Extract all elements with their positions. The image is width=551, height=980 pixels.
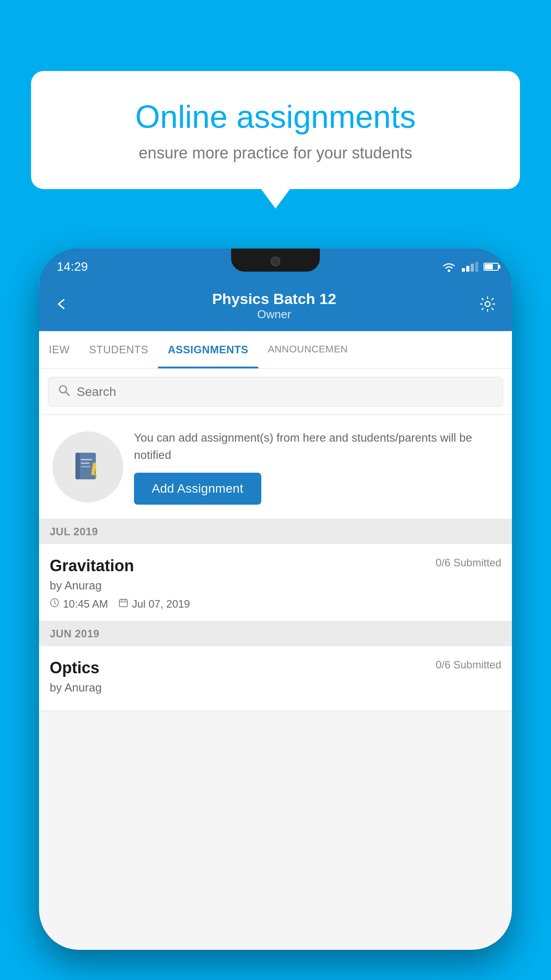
add-assignment-section: You can add assignment(s) from here and … [39,415,512,519]
signal-icon [462,262,478,272]
tab-announcements[interactable]: ANNOUNCEMEN [258,331,358,368]
assignment-item-optics[interactable]: Optics 0/6 Submitted by Anurag [39,646,512,711]
svg-rect-4 [75,453,80,479]
assignment-by: by Anurag [50,579,501,593]
notebook-icon [70,449,106,485]
app-screen: Physics Batch 12 Owner IEW STUDENTS ASSI… [39,281,512,950]
header-title-block: Physics Batch 12 Owner [72,290,476,321]
front-camera [271,257,280,266]
assignment-name-optics: Optics [50,659,99,677]
add-assignment-button[interactable]: Add Assignment [134,473,261,505]
battery-icon [484,263,499,271]
header-title: Physics Batch 12 [72,290,476,308]
tabs-bar: IEW STUDENTS ASSIGNMENTS ANNOUNCEMEN [39,331,512,369]
search-input-wrapper[interactable] [48,377,503,407]
add-assignment-content: You can add assignment(s) from here and … [134,429,499,505]
speech-bubble: Online assignments ensure more practice … [31,71,520,189]
svg-rect-5 [81,459,92,460]
search-container [39,369,512,415]
assignment-name: Gravitation [50,557,134,575]
speech-bubble-container: Online assignments ensure more practice … [31,71,520,189]
assignment-header-optics: Optics 0/6 Submitted [50,659,501,677]
header-subtitle: Owner [72,308,476,321]
assignment-meta: 10:45 AM Jul 07, 2019 [50,598,501,610]
assignment-header: Gravitation 0/6 Submitted [50,557,501,575]
search-input[interactable] [77,385,494,399]
search-icon [57,383,71,400]
assignment-icon-circle [52,431,123,502]
speech-bubble-subtitle: ensure more practice for your students [62,144,489,162]
month-separator-jun: JUN 2019 [39,621,512,646]
svg-rect-11 [119,600,127,607]
month-separator-jul: JUL 2019 [39,519,512,544]
status-time: 14:29 [57,260,88,274]
tab-iew[interactable]: IEW [39,331,79,368]
add-assignment-description: You can add assignment(s) from here and … [134,429,499,464]
speech-bubble-title: Online assignments [62,98,489,136]
svg-rect-6 [81,462,90,464]
svg-point-1 [485,302,490,307]
assignment-time: 10:45 AM [50,598,108,610]
clock-icon [50,598,59,610]
tab-students[interactable]: STUDENTS [79,331,158,368]
tab-assignments[interactable]: ASSIGNMENTS [158,331,258,368]
phone-notch [231,249,320,272]
assignment-date: Jul 07, 2019 [118,598,190,610]
calendar-icon [118,598,128,610]
assignment-submitted: 0/6 Submitted [436,557,501,569]
assignment-item-gravitation[interactable]: Gravitation 0/6 Submitted by Anurag 10:4… [39,544,512,621]
assignment-by-optics: by Anurag [50,681,501,695]
phone-container: 14:29 [39,249,512,980]
phone-frame: 14:29 [39,249,512,950]
svg-point-0 [448,269,450,272]
assignment-submitted-optics: 0/6 Submitted [436,659,501,671]
settings-button[interactable] [476,293,499,319]
back-button[interactable] [52,294,72,318]
wifi-icon [441,261,457,273]
app-header: Physics Batch 12 Owner [39,281,512,331]
status-icons [441,261,499,273]
svg-rect-7 [81,466,91,467]
